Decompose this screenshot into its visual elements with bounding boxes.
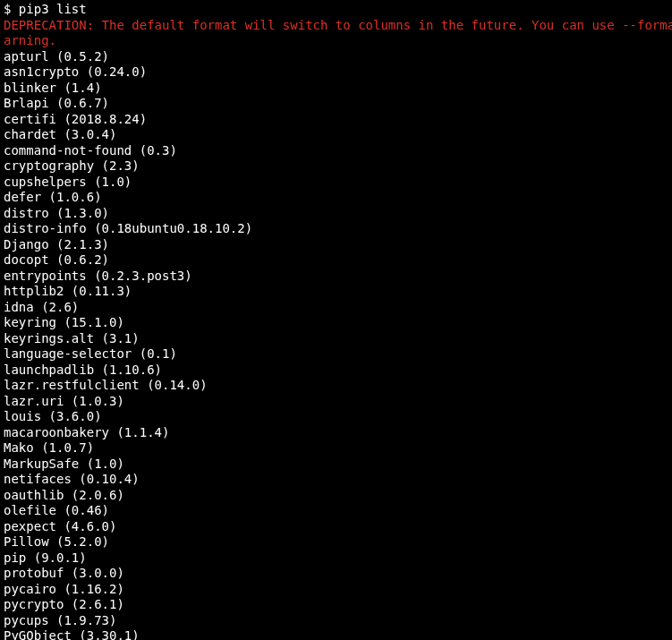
package-list: apturl (0.5.2) asn1crypto (0.24.0) blink… [4, 49, 668, 641]
deprecation-warning-line2: arning. [4, 33, 56, 47]
deprecation-warning-line1: DEPRECATION: The default format will swi… [4, 18, 672, 32]
command-prompt: $ pip3 list [4, 2, 87, 16]
terminal-output[interactable]: $ pip3 list DEPRECATION: The default for… [0, 0, 672, 640]
